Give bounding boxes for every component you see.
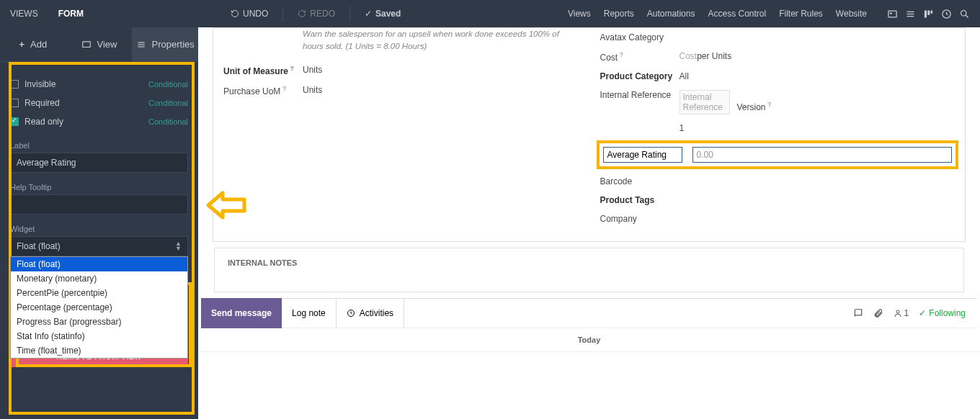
card-icon[interactable] [887,9,898,19]
widget-select[interactable]: Float (float)▲▼ [10,236,188,256]
svg-point-16 [896,310,899,313]
menu-filter[interactable]: Filter Rules [779,9,823,19]
today-divider: Today [198,328,980,352]
sidetab-add[interactable]: +Add [0,27,66,61]
svg-point-9 [961,10,967,16]
puom-label: Purchase UoM ? [223,85,303,96]
followers-count[interactable]: 1 [894,308,909,318]
saved-indicator: ✓Saved [357,0,408,27]
tab-form[interactable]: FORM [48,0,94,27]
one-value: 1 [680,123,956,133]
attachment-icon[interactable] [873,308,883,318]
svg-rect-1 [890,12,892,14]
menu-reports[interactable]: Reports [604,9,634,19]
log-note-button[interactable]: Log note [282,298,337,328]
svg-rect-6 [927,10,930,14]
svg-rect-11 [82,41,90,47]
barcode-label: Barcode [600,176,680,186]
avg-label[interactable]: Average Rating [603,147,682,163]
sidetab-view[interactable]: View [66,27,133,61]
readonly-label: Read only [24,117,63,127]
menu-views[interactable]: Views [568,9,591,19]
option-progressbar[interactable]: Progress Bar (progressbar) [11,315,187,329]
widget-dropdown: Float (float) Monetary (monetary) Percen… [10,256,188,359]
cost-value[interactable]: Costper Units [680,51,956,63]
pcat-value[interactable]: All [680,71,956,81]
sidetab-properties[interactable]: Properties [132,27,198,61]
pcat-label: Product Category [600,71,680,81]
saved-label: Saved [375,9,401,19]
following-button[interactable]: ✓ Following [919,308,966,318]
company-label: Company [600,214,680,224]
iref-label: Internal Reference [600,90,680,114]
svg-line-10 [966,15,968,17]
send-message-button[interactable]: Send message [201,298,282,328]
tooltip-input[interactable] [10,194,188,215]
readonly-conditional[interactable]: Conditional [148,117,188,126]
annotation-arrow [205,187,248,226]
undo-button[interactable]: UNDO [223,0,275,27]
uom-value[interactable]: Units [303,65,579,76]
kanban-icon[interactable] [923,9,934,19]
internal-notes[interactable]: INTERNAL NOTES [214,248,964,292]
invisible-checkbox[interactable] [10,80,19,89]
undo-label: UNDO [243,9,268,19]
label-input[interactable] [10,153,188,173]
redo-button[interactable]: REDO [290,0,342,27]
invisible-conditional[interactable]: Conditional [148,80,188,89]
clock-icon[interactable] [941,9,952,19]
avatax-label: Avatax Category [600,32,680,42]
ptags-label: Product Tags [600,195,680,205]
label-field-label: Label [10,141,188,150]
redo-label: REDO [310,9,335,19]
updown-icon: ▲▼ [175,241,182,251]
notes-title: INTERNAL NOTES [228,258,950,267]
iref-value[interactable]: Internal Reference Version ? [680,90,956,114]
option-percentpie[interactable]: PercentPie (percentpie) [11,286,187,300]
option-monetary[interactable]: Monetary (monetary) [11,271,187,286]
avg-rating-highlight: Average Rating 0.00 [597,140,959,169]
menu-access[interactable]: Access Control [708,9,766,19]
cost-label: Cost ? [600,51,680,63]
uom-label: Unit of Measure ? [223,65,303,76]
option-percentage[interactable]: Percentage (percentage) [11,300,187,315]
book-icon[interactable] [853,308,863,318]
option-time[interactable]: Time (float_time) [11,343,187,358]
svg-rect-7 [931,10,933,13]
required-label: Required [24,98,60,108]
search-icon[interactable] [959,9,970,19]
menu-website[interactable]: Website [836,9,867,19]
tab-views[interactable]: VIEWS [0,0,48,27]
option-statinfo[interactable]: Stat Info (statinfo) [11,329,187,343]
required-checkbox[interactable] [10,99,19,107]
option-float[interactable]: Float (float) [11,257,187,271]
menu-automations[interactable]: Automations [647,9,695,19]
readonly-checkbox[interactable] [10,117,19,126]
svg-rect-0 [888,11,896,17]
svg-marker-17 [208,193,244,217]
invisible-label: Invisible [24,79,55,89]
warn-text: Warn the salesperson for an upsell when … [223,28,579,53]
list-icon[interactable] [905,9,916,19]
puom-value[interactable]: Units [303,85,579,96]
tooltip-field-label: Help Tooltip [10,183,188,192]
widget-field-label: Widget [10,225,188,233]
svg-rect-5 [925,10,927,17]
required-conditional[interactable]: Conditional [148,99,188,107]
activities-button[interactable]: Activities [337,298,404,328]
avg-value[interactable]: 0.00 [692,147,953,163]
